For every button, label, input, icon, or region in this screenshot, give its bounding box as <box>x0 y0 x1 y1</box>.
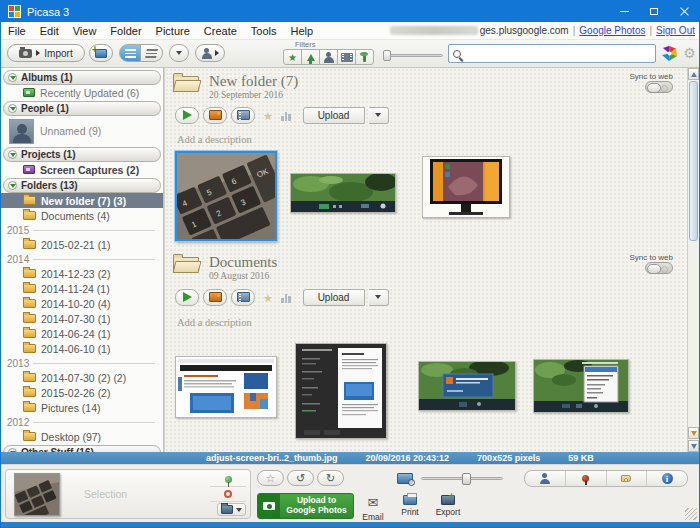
sidebar-item-folder[interactable]: 2014-07-30 (2) (2) <box>1 370 163 385</box>
menu-tools[interactable]: Tools <box>244 25 284 37</box>
scroll-up-button[interactable] <box>688 68 699 80</box>
selection-tray: Selection <box>5 469 251 519</box>
hold-pin-button[interactable] <box>210 472 246 487</box>
scroll-down-button[interactable] <box>688 440 699 452</box>
collapse-arrow-icon[interactable] <box>8 181 17 190</box>
filter-faces-button[interactable] <box>319 49 338 65</box>
slideshow-button[interactable] <box>175 289 199 306</box>
description-field[interactable]: Add a description <box>177 317 252 328</box>
menu-file[interactable]: File <box>1 25 33 37</box>
sidebar-item-screen-captures[interactable]: Screen Captures (2) <box>1 162 163 177</box>
scrollbar-thumb[interactable] <box>689 81 698 241</box>
filter-geotagged-button[interactable] <box>355 49 374 65</box>
clear-tray-button[interactable] <box>217 503 246 516</box>
collapse-arrow-icon[interactable] <box>8 104 17 113</box>
collapse-arrow-icon[interactable] <box>8 150 17 159</box>
sidebar-item-new-folder[interactable]: New folder (7) (3) <box>1 193 163 208</box>
sidebar-item-folder[interactable]: 2014-11-24 (1) <box>1 281 163 296</box>
sidebar-item-desktop[interactable]: Desktop (97) <box>1 429 163 444</box>
menu-help[interactable]: Help <box>284 25 321 37</box>
add-album-button[interactable] <box>89 44 113 62</box>
movie-button[interactable] <box>231 289 255 306</box>
remove-from-tray-button[interactable] <box>210 487 246 502</box>
search-input[interactable] <box>465 48 651 59</box>
collapse-arrow-icon[interactable] <box>8 73 17 82</box>
menu-edit[interactable]: Edit <box>33 25 66 37</box>
email-button[interactable]: Email <box>356 495 390 522</box>
sign-out-link[interactable]: Sign Out <box>656 25 695 36</box>
tags-button[interactable] <box>606 471 647 486</box>
upload-dropdown[interactable] <box>369 289 389 306</box>
sidebar-item-folder[interactable]: 2015-02-21 (1) <box>1 237 163 252</box>
sidebar-item-folder[interactable]: 2014-07-30 (1) <box>1 311 163 326</box>
filter-uploaded-button[interactable] <box>301 49 320 65</box>
sidebar-header-projects[interactable]: Projects (1) <box>3 147 161 162</box>
sync-settings-button[interactable] <box>681 44 698 62</box>
filter-movies-button[interactable] <box>337 49 356 65</box>
sidebar-header-other-stuff[interactable]: Other Stuff (16) <box>3 445 161 452</box>
next-folder-button[interactable] <box>688 427 699 439</box>
collage-button[interactable] <box>203 107 227 124</box>
menu-create[interactable]: Create <box>197 25 244 37</box>
sidebar-header-folders[interactable]: Folders (13) <box>3 178 161 193</box>
export-button[interactable]: Export <box>431 495 465 517</box>
sidebar-item-folder[interactable]: 2014-10-20 (4) <box>1 296 163 311</box>
photo-thumbnail-dark-settings[interactable] <box>295 343 387 439</box>
menu-folder[interactable]: Folder <box>103 25 148 37</box>
zoom-slider-handle[interactable] <box>462 473 471 485</box>
sidebar-item-documents[interactable]: Documents (4) <box>1 208 163 223</box>
filter-starred-button[interactable] <box>283 49 302 65</box>
star-button[interactable] <box>257 470 284 486</box>
sidebar-item-recently-updated[interactable]: Recently Updated (6) <box>1 85 163 100</box>
upload-button[interactable]: Upload <box>303 289 365 306</box>
sync-to-web-toggle[interactable] <box>645 81 673 93</box>
tree-view-button[interactable] <box>141 44 163 62</box>
properties-button[interactable]: i <box>646 471 687 486</box>
section-title[interactable]: Documents <box>209 254 277 271</box>
photo-thumbnail-monitor[interactable] <box>422 156 510 218</box>
flat-view-button[interactable] <box>119 44 141 62</box>
movie-button[interactable] <box>231 107 255 124</box>
upload-dropdown[interactable] <box>369 107 389 124</box>
sidebar-item-folder[interactable]: 2015-02-26 (2) <box>1 385 163 400</box>
sidebar-item-folder[interactable]: 2014-06-10 (1) <box>1 341 163 356</box>
print-button[interactable]: Print <box>393 495 427 517</box>
photo-thumbnail-game-dialog[interactable] <box>418 361 516 411</box>
sidebar-item-unnamed-person[interactable]: Unnamed (9) <box>1 116 163 146</box>
photo-thumbnail-webpage[interactable] <box>175 356 277 418</box>
description-field[interactable]: Add a description <box>177 134 252 145</box>
people-button[interactable] <box>195 44 225 62</box>
photo-thumbnail-keyboard[interactable]: 4 5 6 1 2 3 0 OK <box>175 151 277 241</box>
sync-to-web-toggle[interactable] <box>645 262 673 274</box>
section-title[interactable]: New folder (7) <box>209 73 298 90</box>
resize-grip[interactable] <box>685 508 697 520</box>
upload-button[interactable]: Upload <box>303 107 365 124</box>
google-photos-link[interactable]: Google Photos <box>579 25 645 36</box>
close-button[interactable] <box>669 1 699 22</box>
sidebar-item-pictures[interactable]: Pictures (14) <box>1 400 163 415</box>
rotate-cw-button[interactable] <box>317 470 344 486</box>
sidebar-header-albums[interactable]: Albums (1) <box>3 70 161 85</box>
sidebar-item-folder[interactable]: 2014-12-23 (2) <box>1 266 163 281</box>
import-button[interactable]: Import <box>7 44 85 62</box>
sidebar-item-folder[interactable]: 2014-06-24 (1) <box>1 326 163 341</box>
tray-thumbnail-keyboard[interactable] <box>14 473 60 516</box>
collage-button[interactable] <box>203 289 227 306</box>
sidebar-header-people[interactable]: People (1) <box>3 101 161 116</box>
view-options-dropdown[interactable] <box>169 44 189 62</box>
zoom-slider[interactable] <box>421 477 503 480</box>
maximize-button[interactable] <box>639 1 669 22</box>
menu-picture[interactable]: Picture <box>149 25 197 37</box>
slideshow-button[interactable] <box>175 107 199 124</box>
slider-handle[interactable] <box>383 50 391 61</box>
date-filter-slider[interactable] <box>383 54 443 57</box>
rotate-ccw-button[interactable] <box>287 470 314 486</box>
menu-view[interactable]: View <box>66 25 104 37</box>
show-faces-button[interactable] <box>525 471 565 486</box>
upload-to-google-photos-button[interactable]: Upload to Google Photos <box>257 493 354 519</box>
minimize-button[interactable] <box>609 1 639 22</box>
geotag-button[interactable] <box>565 471 606 486</box>
main-scrollbar[interactable] <box>687 68 699 452</box>
photo-thumbnail-game-menu[interactable] <box>533 359 629 413</box>
photo-thumbnail-game-screenshot[interactable] <box>290 173 396 213</box>
